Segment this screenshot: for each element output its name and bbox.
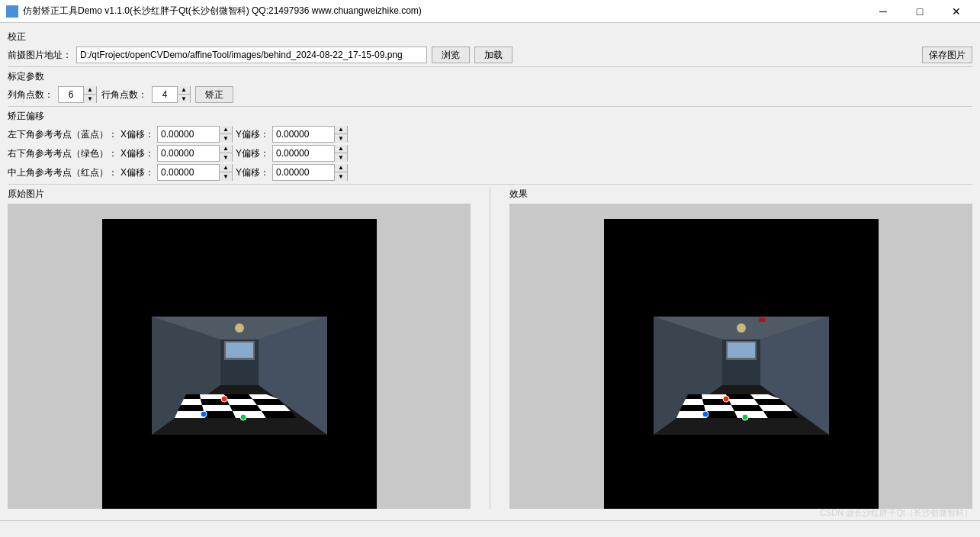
status-bar [0,520,980,537]
bottom-right-y-up[interactable]: ▲ [335,145,347,153]
svg-point-24 [201,411,207,417]
top-center-y-up[interactable]: ▲ [335,164,347,172]
bottom-right-y-label: Y偏移： [236,147,269,160]
browse-button[interactable]: 浏览 [432,47,470,63]
file-path-row: 前摄图片地址： 浏览 加载 保存图片 [8,47,972,63]
original-image-svg [152,317,327,435]
title-bar: 仿射矫正工具Demo v1.1.0(长沙红胖子Qt(长沙创微智科) QQ:214… [0,0,980,23]
calibration-section-label: 校正 [8,31,972,43]
top-center-row: 中上角参考考点（红点）： X偏移： ▲ ▼ Y偏移： ▲ ▼ [8,164,972,181]
bottom-left-y-input[interactable] [273,127,334,142]
bottom-right-label: 右下角参考考点（绿色）： [8,147,117,160]
rows-input[interactable] [153,87,177,102]
svg-marker-38 [734,411,768,418]
rows-up-arrow[interactable]: ▲ [178,86,190,95]
divider-2 [8,106,972,107]
svg-marker-12 [178,405,204,411]
bottom-left-x-arrows: ▲ ▼ [219,126,232,143]
svg-point-53 [742,414,748,420]
app-icon [6,5,18,18]
load-button[interactable]: 加载 [474,47,512,63]
bottom-left-row: 左下角参考考点（蓝点）： X偏移： ▲ ▼ Y偏移： ▲ ▼ [8,126,972,143]
original-image-panel: 原始图片 [8,188,471,509]
cols-input[interactable] [59,87,83,102]
top-center-y-input[interactable] [273,165,334,180]
top-center-x-up[interactable]: ▲ [220,164,232,172]
svg-marker-9 [204,411,236,418]
bottom-right-y-input[interactable] [273,146,334,161]
bottom-right-row: 右下角参考考点（绿色）： X偏移： ▲ ▼ Y偏移： ▲ ▼ [8,145,972,162]
bottom-right-x-up[interactable]: ▲ [220,145,232,153]
bottom-left-x-down[interactable]: ▼ [220,134,232,143]
image-path-label: 前摄图片地址： [8,49,72,62]
svg-rect-6 [226,342,253,358]
rows-label: 行角点数： [101,88,147,101]
top-center-x-label: X偏移： [120,166,154,179]
maximize-button[interactable]: □ [902,0,937,23]
svg-marker-44 [683,399,704,405]
cols-up-arrow[interactable]: ▲ [84,86,96,95]
top-center-x-input-box[interactable]: ▲ ▼ [157,164,233,181]
result-image-label: 效果 [509,188,972,201]
cols-arrows: ▲ ▼ [83,86,96,103]
rectify-button[interactable]: 矫正 [195,86,233,103]
cols-label: 列角点数： [8,88,53,101]
bottom-right-y-down[interactable]: ▼ [335,153,347,162]
result-image-container [604,219,879,509]
params-section-label: 标定参数 [8,70,972,83]
top-center-y-label: Y偏移： [236,166,269,179]
bottom-right-x-input[interactable] [158,146,219,161]
bottom-left-y-label: Y偏移： [236,128,269,141]
image-path-input[interactable] [76,47,427,63]
top-center-label: 中上角参考考点（红点）： [8,166,117,179]
svg-marker-13 [202,405,233,411]
bottom-left-x-up[interactable]: ▲ [220,126,232,134]
cols-spinbox[interactable]: ▲ ▼ [58,86,97,103]
main-content: 校正 前摄图片地址： 浏览 加载 保存图片 标定参数 列角点数： ▲ ▼ 行角点… [0,23,980,513]
rows-down-arrow[interactable]: ▼ [178,95,190,103]
images-divider [490,188,490,509]
bottom-right-x-arrows: ▲ ▼ [219,145,232,162]
result-image-panel: 效果 [509,188,972,509]
svg-marker-10 [233,411,266,418]
svg-marker-48 [686,394,702,399]
top-center-x-input[interactable] [158,165,219,180]
close-button[interactable]: ✕ [939,0,974,23]
minimize-button[interactable]: ─ [866,0,901,23]
svg-marker-14 [230,405,262,411]
svg-marker-18 [227,399,257,405]
bottom-left-y-up[interactable]: ▲ [335,126,347,134]
svg-point-25 [240,414,246,420]
svg-marker-39 [763,411,798,418]
bottom-left-y-input-box[interactable]: ▲ ▼ [272,126,348,143]
bottom-left-y-down[interactable]: ▼ [335,134,347,143]
bottom-left-x-input[interactable] [158,127,219,142]
bottom-right-y-arrows: ▲ ▼ [334,145,347,162]
svg-marker-42 [731,405,763,411]
cols-down-arrow[interactable]: ▼ [84,95,96,103]
svg-point-54 [723,396,729,402]
bottom-right-x-down[interactable]: ▼ [220,153,232,162]
result-image-svg [654,317,829,435]
divider-1 [8,66,972,67]
top-center-y-down[interactable]: ▼ [335,172,347,181]
params-row: 列角点数： ▲ ▼ 行角点数： ▲ ▼ 矫正 [8,86,972,103]
rows-spinbox[interactable]: ▲ ▼ [152,86,191,103]
svg-marker-37 [705,411,737,418]
bottom-left-label: 左下角参考考点（蓝点）： [8,128,117,141]
top-center-x-down[interactable]: ▼ [220,172,232,181]
top-center-y-input-box[interactable]: ▲ ▼ [272,164,348,181]
bottom-right-y-input-box[interactable]: ▲ ▼ [272,145,348,162]
bottom-right-x-label: X偏移： [120,147,154,160]
bottom-left-y-arrows: ▲ ▼ [334,126,347,143]
top-center-y-arrows: ▲ ▼ [334,164,347,181]
window-controls: ─ □ ✕ [866,0,974,23]
result-image-canvas [509,204,972,509]
offset-section-label: 矫正偏移 [8,110,972,123]
svg-marker-41 [704,405,734,411]
bottom-left-x-input-box[interactable]: ▲ ▼ [157,126,233,143]
save-button[interactable]: 保存图片 [922,47,972,63]
bottom-right-x-input-box[interactable]: ▲ ▼ [157,145,233,162]
top-center-x-arrows: ▲ ▼ [219,164,232,181]
window-title: 仿射矫正工具Demo v1.1.0(长沙红胖子Qt(长沙创微智科) QQ:214… [23,5,422,18]
